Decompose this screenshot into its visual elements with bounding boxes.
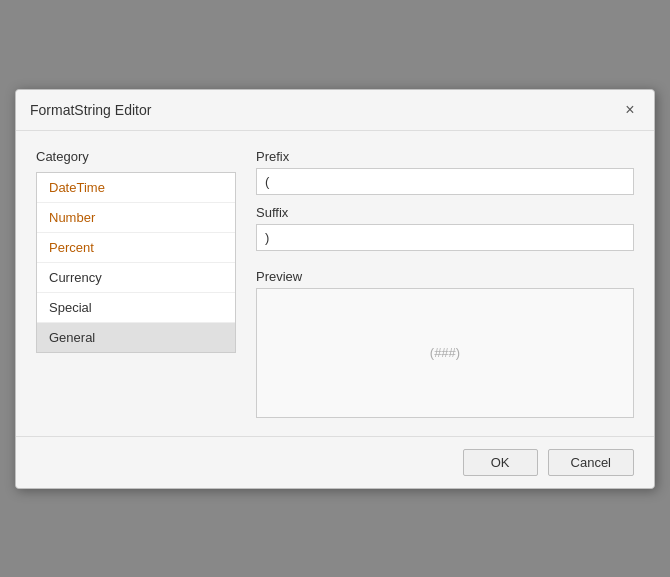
prefix-field-group: Prefix <box>256 149 634 195</box>
dialog-body: Category DateTime Number Percent Currenc… <box>16 131 654 436</box>
category-list: DateTime Number Percent Currency Special… <box>36 172 236 353</box>
cancel-button[interactable]: Cancel <box>548 449 634 476</box>
preview-text: (###) <box>430 345 460 360</box>
prefix-label: Prefix <box>256 149 634 164</box>
prefix-input[interactable] <box>256 168 634 195</box>
category-item-general[interactable]: General <box>37 323 235 352</box>
preview-label: Preview <box>256 269 634 284</box>
preview-box: (###) <box>256 288 634 418</box>
right-panel: Prefix Suffix Preview (###) <box>256 149 634 418</box>
format-string-editor-dialog: FormatString Editor × Category DateTime … <box>15 89 655 489</box>
category-item-currency[interactable]: Currency <box>37 263 235 293</box>
suffix-label: Suffix <box>256 205 634 220</box>
category-item-special[interactable]: Special <box>37 293 235 323</box>
close-button[interactable]: × <box>620 100 640 120</box>
category-item-percent[interactable]: Percent <box>37 233 235 263</box>
dialog-title: FormatString Editor <box>30 102 151 118</box>
category-item-number[interactable]: Number <box>37 203 235 233</box>
ok-button[interactable]: OK <box>463 449 538 476</box>
category-item-datetime[interactable]: DateTime <box>37 173 235 203</box>
suffix-input[interactable] <box>256 224 634 251</box>
suffix-field-group: Suffix <box>256 205 634 251</box>
left-panel: Category DateTime Number Percent Currenc… <box>36 149 236 418</box>
title-bar: FormatString Editor × <box>16 90 654 131</box>
preview-section: Preview (###) <box>256 269 634 418</box>
dialog-footer: OK Cancel <box>16 436 654 488</box>
category-label: Category <box>36 149 236 164</box>
